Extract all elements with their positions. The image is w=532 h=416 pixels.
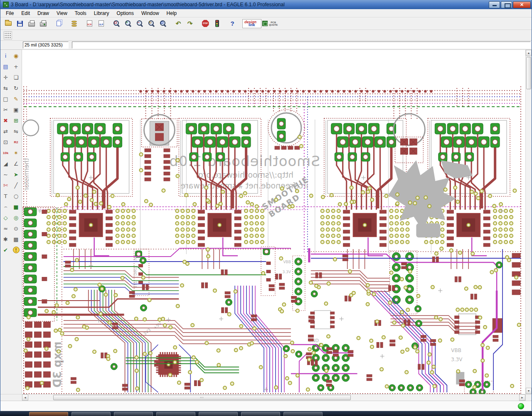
lock-icon: ⊡ (3, 139, 8, 145)
pcb-quote-button[interactable]: PCB QUOTE (262, 19, 279, 28)
run-ulp-button[interactable]: ULP (96, 19, 106, 29)
scroll-left-button[interactable]: ◄ (22, 394, 28, 401)
designlink-button[interactable]: design link (242, 19, 261, 28)
tool-mirror[interactable]: ⇆ (1, 83, 11, 93)
taskbar-button[interactable] (71, 412, 111, 416)
tool-pinswap[interactable]: ⇄ (1, 126, 11, 136)
tool-mark[interactable]: + (11, 61, 21, 71)
command-input[interactable] (72, 42, 531, 49)
copy-icon: ❏ (14, 74, 19, 81)
tool-display[interactable]: ▤ (1, 61, 11, 71)
tool-wire[interactable]: ╱ (11, 180, 21, 190)
tool-lock[interactable]: ⊡ (1, 137, 11, 147)
menu-item-help[interactable]: Help (163, 9, 181, 17)
taskbar-button[interactable] (283, 412, 323, 416)
menu-item-tools[interactable]: Tools (71, 9, 90, 17)
undo-button[interactable]: ↶ (173, 19, 184, 29)
taskbar-button[interactable] (199, 412, 238, 416)
menu-item-draw[interactable]: Draw (34, 9, 53, 17)
zoom-out-button[interactable]: − (134, 19, 145, 29)
delete-icon: ✖ (3, 117, 8, 124)
zoom-redraw-button[interactable]: ↻ (146, 19, 157, 29)
tool-show[interactable]: ◉ (11, 51, 21, 61)
tool-cut[interactable]: ✂ (1, 105, 11, 115)
vertical-scroll-thumb[interactable] (526, 57, 531, 89)
ripup-icon: ✄ (3, 182, 8, 188)
zoom-fit-button[interactable] (111, 19, 122, 29)
taskbar-button[interactable] (156, 412, 195, 416)
help-button[interactable]: ? (227, 19, 238, 29)
menu-item-edit[interactable]: Edit (17, 9, 34, 17)
board-canvas[interactable]: Smoothieboard 1.0bhttp://smoothieware.or… (22, 50, 525, 394)
rotate-icon: ↻ (14, 85, 18, 91)
scroll-up-button[interactable]: ▲ (526, 50, 532, 56)
tool-signal[interactable]: ≈ (1, 223, 11, 233)
svg-text:3.3V: 3.3V (451, 357, 463, 362)
close-button[interactable] (513, 1, 531, 8)
menu-item-file[interactable]: File (2, 9, 17, 17)
library-button[interactable] (69, 19, 79, 29)
tool-auto[interactable]: ▩ (11, 234, 21, 244)
tool-name[interactable]: R2 (11, 137, 21, 147)
tool-move[interactable]: ✛ (1, 72, 11, 82)
taskbar-button[interactable] (114, 412, 153, 416)
tool-route[interactable]: ➤ (11, 169, 21, 179)
tool-copy[interactable]: ❏ (11, 72, 21, 82)
tool-change[interactable]: ✎ (11, 94, 21, 104)
save-button[interactable] (15, 19, 25, 29)
menu-item-view[interactable]: View (53, 9, 71, 17)
windows-list-button[interactable] (53, 19, 64, 29)
scroll-right-button[interactable]: ► (519, 394, 525, 401)
open-button[interactable] (3, 19, 14, 29)
maximize-button[interactable] (501, 1, 512, 8)
zoom-in-button[interactable]: + (123, 19, 133, 29)
tool-split[interactable]: ∠ (11, 159, 21, 169)
horizontal-scroll-track[interactable] (28, 394, 519, 401)
rect-icon: ■ (13, 204, 18, 210)
tool-optimize[interactable]: ~ (1, 169, 11, 179)
vertical-scroll-track[interactable] (526, 56, 532, 388)
tool-delete[interactable]: ✖ (1, 115, 11, 125)
tool-smash[interactable]: ✶ (11, 148, 21, 158)
scroll-down-button[interactable]: ▼ (526, 388, 532, 394)
tool-polygon[interactable]: ◇ (1, 213, 11, 223)
parameter-toolbar (0, 30, 532, 41)
tool-ratsnest[interactable]: ✱ (1, 234, 11, 244)
sheets-icon (57, 21, 61, 26)
tool-text[interactable]: T (1, 191, 11, 201)
display-icon: ▤ (3, 64, 8, 70)
tool-miter[interactable]: ◢ (1, 159, 11, 169)
grid-button[interactable] (4, 31, 12, 39)
tool-circle[interactable]: ○ (11, 191, 21, 201)
horizontal-scroll-thumb[interactable] (53, 395, 351, 400)
tool-hole[interactable]: ⊙ (11, 223, 21, 233)
tool-drc[interactable]: ✔ (1, 245, 11, 255)
tool-rect[interactable]: ■ (11, 202, 21, 212)
tool-ripup[interactable]: ✄ (1, 180, 11, 190)
menu-item-options[interactable]: Options (113, 9, 138, 17)
menu-item-window[interactable]: Window (138, 9, 163, 17)
tool-rotate[interactable]: ↻ (11, 83, 21, 93)
run-script-button[interactable]: SCR (84, 19, 95, 29)
go-button[interactable] (212, 19, 222, 29)
tool-arc[interactable]: ⌢ (1, 202, 11, 212)
print-button[interactable] (26, 19, 37, 29)
cam-processor-button[interactable] (38, 19, 49, 29)
tool-errors[interactable]: ! (11, 245, 21, 255)
tool-info[interactable]: i (1, 51, 11, 61)
horizontal-scrollbar[interactable]: ◄ ► (22, 394, 525, 401)
tool-group[interactable]: □ (1, 94, 11, 104)
tool-replace[interactable]: ⇋ (11, 126, 21, 136)
vertical-scrollbar[interactable]: ▲ ▼ (525, 50, 532, 394)
stop-button[interactable]: STOP (200, 19, 211, 29)
redo-button[interactable]: ↷ (185, 19, 195, 29)
taskbar-button[interactable] (29, 412, 68, 416)
minimize-button[interactable] (489, 1, 500, 8)
menu-item-library[interactable]: Library (90, 9, 113, 17)
zoom-select-button[interactable] (158, 19, 168, 29)
tool-value[interactable]: 10k (1, 148, 11, 158)
taskbar-button[interactable] (241, 412, 280, 416)
tool-add[interactable]: ⊞ (11, 115, 21, 125)
tool-paste[interactable]: ▣ (11, 105, 21, 115)
tool-via[interactable]: ◎ (11, 213, 21, 223)
